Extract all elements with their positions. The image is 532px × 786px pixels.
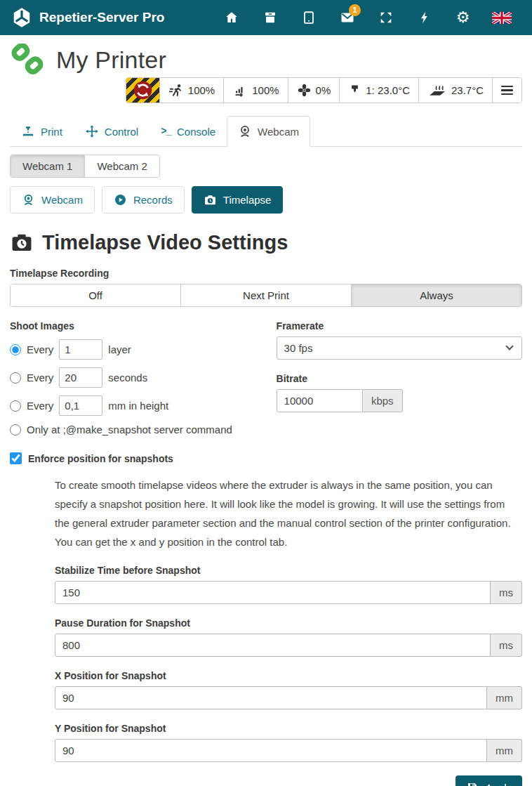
printer-status-bar: 100% 100% [126, 77, 522, 103]
stabilize-time-unit: ms [491, 581, 522, 604]
extruder-temp-status[interactable]: 1: 23.0°C [339, 78, 418, 103]
recording-mode-control: Off Next Print Always [10, 284, 522, 307]
shoot-seconds-radio[interactable] [10, 372, 21, 384]
bed-temp-value: 23.7°C [451, 84, 484, 96]
shoot-option-command: Only at ;@make_snapshot server command [10, 424, 262, 435]
section-title: Timelapse Video Settings [42, 231, 288, 254]
x-position-label: X Position for Snapshot [55, 670, 522, 681]
extruder-nozzle-icon [348, 84, 361, 97]
records-view-button[interactable]: Records [102, 186, 185, 214]
fan-status[interactable]: 0% [288, 78, 340, 103]
shoot-option-height: Every mm in height [10, 395, 262, 416]
framerate-select[interactable]: 30 fps [277, 336, 522, 360]
tab-print[interactable]: Print [10, 116, 74, 147]
printer-menu-button[interactable] [492, 78, 521, 103]
webcam-selector: Webcam 1 Webcam 2 [10, 155, 160, 178]
tab-console-label: Console [177, 126, 215, 138]
flow-bars-icon [232, 83, 248, 98]
shoot-layer-prefix: Every [27, 343, 53, 355]
emergency-stop-icon [133, 81, 152, 100]
shoot-layer-suffix: layer [108, 343, 131, 355]
shoot-command-label: Only at ;@make_snapshot server command [27, 424, 232, 435]
tablet-icon [301, 10, 317, 25]
webcam-view-buttons: Webcam Records Timelapse [10, 186, 522, 214]
bitrate-input[interactable] [277, 389, 363, 412]
tab-control-label: Control [105, 126, 138, 138]
page-title: My Printer [56, 46, 166, 74]
shoot-option-seconds: Every seconds [10, 367, 262, 388]
flow-status[interactable]: 100% [223, 78, 287, 103]
framerate-label: Framerate [277, 320, 522, 332]
navbar-actions: 1 ⚙ [212, 0, 521, 35]
webcam-icon [238, 124, 252, 138]
bitrate-unit: kbps [363, 389, 403, 412]
bed-temp-status[interactable]: 23.7°C [418, 78, 492, 103]
tab-control[interactable]: Control [74, 116, 149, 147]
pause-duration-unit: ms [491, 634, 522, 657]
link-chain-icon [10, 44, 45, 76]
shoot-seconds-suffix: seconds [108, 372, 147, 384]
stabilize-time-label: Stabilize Time before Snapshot [55, 565, 522, 576]
pause-duration-group: ms [55, 634, 522, 657]
printer-icon [21, 124, 35, 138]
top-navbar: Repetier-Server Pro 1 ⚙ [0, 0, 532, 35]
stabilize-time-input[interactable] [55, 581, 491, 604]
home-button[interactable] [212, 0, 251, 35]
settings-button[interactable]: ⚙ [444, 0, 482, 35]
emergency-stop-button[interactable] [126, 78, 159, 103]
language-button[interactable] [482, 0, 521, 35]
move-arrows-icon [85, 124, 99, 138]
webcam-view-label: Webcam [41, 194, 83, 206]
tab-webcam-label: Webcam [258, 126, 299, 138]
print-queue-button[interactable] [251, 0, 289, 35]
recording-next-print-option[interactable]: Next Print [180, 284, 351, 306]
framerate-select-wrap: 30 fps [277, 336, 522, 360]
snapshot-description: To create smooth timelapse videos where … [55, 476, 522, 551]
enforce-position-row: Enforce position for snapshots [10, 452, 522, 464]
heated-bed-icon [427, 84, 447, 98]
print-queue-icon [262, 10, 278, 25]
save-floppy-icon [466, 781, 479, 786]
speed-value: 100% [188, 84, 215, 96]
fan-icon [297, 83, 312, 98]
power-button[interactable] [405, 0, 444, 35]
shoot-layer-radio[interactable] [10, 344, 21, 355]
y-position-unit: mm [487, 739, 522, 762]
pause-duration-input[interactable] [55, 634, 491, 657]
shoot-seconds-input[interactable] [59, 367, 102, 388]
timelapse-view-button[interactable]: Timelapse [192, 186, 284, 214]
enforce-position-checkbox[interactable] [10, 452, 22, 464]
home-icon [224, 10, 239, 25]
shoot-height-input[interactable] [59, 395, 102, 416]
webcam-icon [22, 193, 35, 207]
pause-duration-label: Pause Duration for Snapshot [55, 617, 522, 629]
bitrate-label: Bitrate [277, 373, 522, 384]
touch-ui-button[interactable] [289, 0, 328, 35]
shoot-height-radio[interactable] [10, 400, 21, 412]
y-position-group: mm [55, 739, 522, 762]
extruder-temp-value: 1: 23.0°C [366, 84, 410, 96]
webcam-view-button[interactable]: Webcam [10, 186, 95, 214]
messages-count-badge: 1 [349, 4, 361, 16]
shoot-option-layer: Every layer [10, 339, 262, 360]
recording-always-option[interactable]: Always [351, 284, 521, 306]
shoot-images-label: Shoot Images [10, 320, 262, 332]
recording-off-option[interactable]: Off [11, 284, 180, 306]
messages-button[interactable]: 1 [328, 0, 366, 35]
x-position-unit: mm [487, 686, 522, 709]
tab-print-label: Print [41, 126, 62, 138]
fullscreen-button[interactable] [366, 0, 405, 35]
shoot-layer-input[interactable] [59, 339, 102, 360]
shoot-height-suffix: mm in height [108, 400, 168, 412]
x-position-input[interactable] [55, 686, 487, 709]
shoot-command-radio[interactable] [10, 424, 21, 435]
enforce-position-label[interactable]: Enforce position for snapshots [28, 453, 173, 464]
tab-webcam[interactable]: Webcam [227, 116, 310, 147]
apply-button[interactable]: Apply [455, 775, 522, 786]
y-position-input[interactable] [55, 739, 487, 762]
brand[interactable]: Repetier-Server Pro [11, 7, 164, 28]
tab-console[interactable]: >_ Console [149, 116, 227, 147]
webcam-1-button[interactable]: Webcam 1 [11, 155, 84, 177]
speed-status[interactable]: 100% [159, 78, 223, 103]
webcam-2-button[interactable]: Webcam 2 [84, 155, 159, 177]
